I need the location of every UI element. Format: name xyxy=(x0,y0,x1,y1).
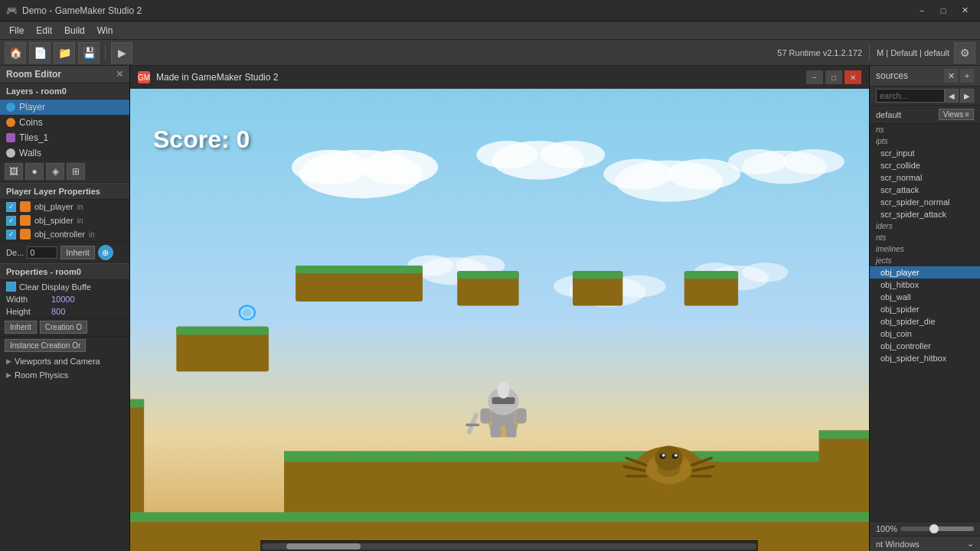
depth-circle-btn[interactable]: ⊕ xyxy=(98,245,113,260)
views-chevron: ≡ xyxy=(965,110,969,119)
views-btn[interactable]: Views ≡ xyxy=(939,109,974,120)
res-scr-spider-normal[interactable]: scr_spider_normal xyxy=(870,196,980,208)
menu-edit[interactable]: Edit xyxy=(30,24,58,37)
windows-bar: nt Windows ⌄ xyxy=(870,536,980,551)
svg-rect-33 xyxy=(130,399,144,551)
res-scr-normal[interactable]: scr_normal xyxy=(870,171,980,184)
obj-player-checkbox[interactable]: ✓ xyxy=(6,202,16,212)
sources-nav-prev[interactable]: ◀ xyxy=(945,89,959,103)
obj-player-item: ✓ obj_player in xyxy=(0,200,129,214)
obj-spider-checkbox[interactable]: ✓ xyxy=(6,216,16,226)
properties-title: Properties - room0 xyxy=(0,264,129,280)
sources-search-input[interactable] xyxy=(876,89,945,103)
inherit-room-btn[interactable]: Inherit xyxy=(5,321,37,334)
layer-tool-fill[interactable]: ◈ xyxy=(46,163,64,180)
svg-point-59 xyxy=(675,454,678,457)
svg-line-64 xyxy=(694,467,714,471)
res-cat-ns: ns xyxy=(870,124,980,135)
obj-spider-name: obj_spider xyxy=(34,216,74,225)
height-label: Height xyxy=(6,307,48,316)
toolbar-sep1 xyxy=(105,45,106,60)
svg-point-57 xyxy=(672,453,678,458)
layer-dot-coins xyxy=(6,118,15,127)
obj-player-suffix: in xyxy=(77,203,83,211)
obj-controller-checkbox[interactable]: ✓ xyxy=(6,230,16,240)
res-obj-wall[interactable]: obj_wall xyxy=(870,291,980,303)
sources-add-btn[interactable]: + xyxy=(960,69,974,83)
res-scr-input[interactable]: scr_input xyxy=(870,147,980,159)
svg-rect-49 xyxy=(466,423,479,426)
h-scrollbar[interactable] xyxy=(260,540,758,551)
clear-display-checkbox[interactable] xyxy=(6,282,16,292)
res-obj-player[interactable]: obj_player xyxy=(870,266,980,279)
depth-input[interactable] xyxy=(27,246,57,259)
svg-point-13 xyxy=(407,255,453,276)
obj-controller-icon xyxy=(20,229,31,240)
svg-point-18 xyxy=(707,266,769,291)
game-close-btn[interactable]: ✕ xyxy=(844,70,861,84)
res-scr-attack[interactable]: scr_attack xyxy=(870,184,980,196)
game-maximize-btn[interactable]: □ xyxy=(825,70,842,84)
svg-rect-44 xyxy=(492,397,514,404)
maximize-button[interactable]: □ xyxy=(934,3,952,18)
svg-rect-29 xyxy=(684,271,738,305)
menu-build[interactable]: Build xyxy=(58,24,91,37)
toolbar-save[interactable]: 💾 xyxy=(78,42,100,64)
minimize-button[interactable]: − xyxy=(913,3,931,18)
h-scroll-thumb[interactable] xyxy=(286,543,361,549)
res-scr-spider-attack[interactable]: scr_spider_attack xyxy=(870,208,980,220)
layer-tool-image[interactable]: 🖼 xyxy=(5,163,23,180)
zoom-slider[interactable] xyxy=(900,527,974,531)
game-minimize-btn[interactable]: − xyxy=(806,70,823,84)
toolbar-run[interactable]: ▶ xyxy=(111,42,132,64)
svg-rect-48 xyxy=(466,412,479,435)
views-label: Views xyxy=(943,110,964,119)
mode-label: M | Default | default xyxy=(877,48,949,57)
res-obj-spider[interactable]: obj_spider xyxy=(870,303,980,315)
svg-rect-35 xyxy=(819,430,869,548)
res-cat-objects: jects xyxy=(870,255,980,266)
zoom-thumb[interactable] xyxy=(929,524,939,533)
toolbar-new[interactable]: 📄 xyxy=(29,42,51,64)
svg-line-63 xyxy=(692,458,711,465)
zoom-label: 100% xyxy=(876,524,897,533)
menu-file[interactable]: File xyxy=(3,24,30,37)
res-obj-hitbox[interactable]: obj_hitbox xyxy=(870,279,980,291)
svg-point-17 xyxy=(610,276,665,298)
depth-inherit-btn[interactable]: Inherit xyxy=(60,246,95,259)
toolbar-open[interactable]: 📁 xyxy=(54,42,75,64)
obj-spider-item: ✓ obj_spider in xyxy=(0,214,129,227)
svg-point-39 xyxy=(240,306,255,320)
res-obj-controller[interactable]: obj_controller xyxy=(870,340,980,352)
layer-dot-player xyxy=(6,103,15,112)
layer-coins[interactable]: Coins xyxy=(0,115,129,130)
right-panel: sources ✕ + ◀ ▶ default Views ≡ ns ip xyxy=(869,66,980,551)
h-scroll-track[interactable] xyxy=(262,543,756,549)
svg-rect-32 xyxy=(284,452,869,462)
sources-nav-next[interactable]: ▶ xyxy=(960,89,974,103)
close-button[interactable]: ✕ xyxy=(956,3,974,18)
res-obj-spider-die[interactable]: obj_spider_die xyxy=(870,315,980,328)
menu-win[interactable]: Win xyxy=(91,24,119,37)
layer-tool-transform[interactable]: ⊞ xyxy=(67,163,85,180)
toolbar-home[interactable]: 🏠 xyxy=(5,42,26,64)
toolbar-settings[interactable]: ⚙ xyxy=(954,42,975,64)
svg-point-4 xyxy=(476,141,537,168)
room-physics-label: Room Physics xyxy=(15,370,68,380)
layer-tiles1[interactable]: Tiles_1 xyxy=(0,130,129,145)
width-row: Width 10000 xyxy=(0,293,129,305)
room-editor-close[interactable]: ✕ xyxy=(116,69,123,80)
res-obj-spider-hitbox[interactable]: obj_spider_hitbox xyxy=(870,352,980,364)
main-area: Room Editor ✕ Layers - room0 Player Coin… xyxy=(0,66,980,551)
res-cat-events: nts xyxy=(870,232,980,243)
sources-close-btn[interactable]: ✕ xyxy=(944,69,958,83)
room-physics-row[interactable]: ▶ Room Physics xyxy=(0,368,129,382)
instance-creation-btn[interactable]: Instance Creation Or xyxy=(5,339,86,352)
res-scr-collide[interactable]: scr_collide xyxy=(870,159,980,171)
creation-btn[interactable]: Creation O xyxy=(40,321,87,334)
layer-player[interactable]: Player xyxy=(0,99,129,115)
res-obj-coin[interactable]: obj_coin xyxy=(870,328,980,340)
layer-tool-circle[interactable]: ● xyxy=(25,163,44,180)
layer-walls[interactable]: Walls xyxy=(0,145,129,161)
viewports-row[interactable]: ▶ Viewports and Camera xyxy=(0,354,129,368)
